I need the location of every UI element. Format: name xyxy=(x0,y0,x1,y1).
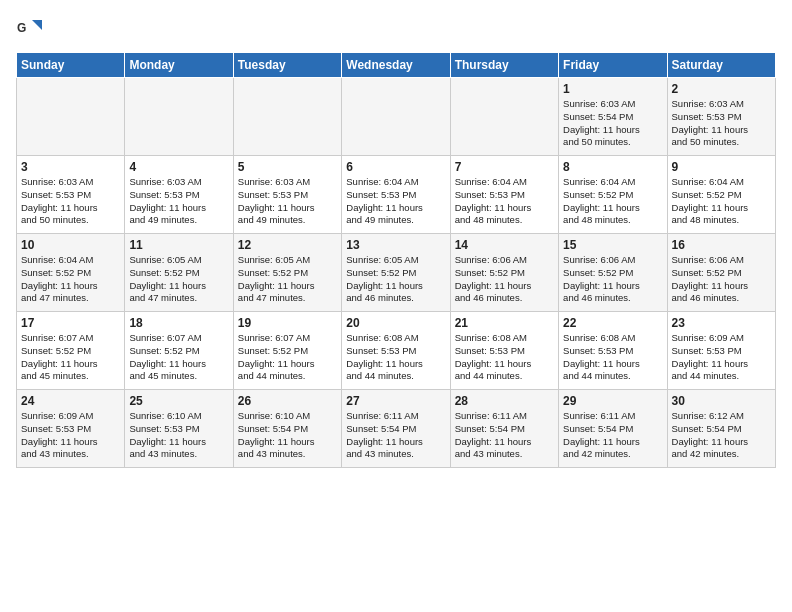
day-info: Sunrise: 6:11 AM xyxy=(455,410,554,423)
day-info: and 48 minutes. xyxy=(455,214,554,227)
calendar-cell: 15Sunrise: 6:06 AMSunset: 5:52 PMDayligh… xyxy=(559,234,667,312)
day-info: and 50 minutes. xyxy=(672,136,771,149)
day-number: 11 xyxy=(129,238,228,252)
day-number: 18 xyxy=(129,316,228,330)
day-info: and 44 minutes. xyxy=(672,370,771,383)
day-number: 26 xyxy=(238,394,337,408)
day-info: Sunrise: 6:04 AM xyxy=(563,176,662,189)
header-friday: Friday xyxy=(559,53,667,78)
day-info: Sunrise: 6:07 AM xyxy=(238,332,337,345)
day-info: Sunrise: 6:03 AM xyxy=(238,176,337,189)
calendar-cell: 22Sunrise: 6:08 AMSunset: 5:53 PMDayligh… xyxy=(559,312,667,390)
day-info: Sunrise: 6:09 AM xyxy=(672,332,771,345)
day-info: Sunrise: 6:04 AM xyxy=(21,254,120,267)
day-number: 9 xyxy=(672,160,771,174)
day-info: Sunrise: 6:08 AM xyxy=(455,332,554,345)
day-info: Sunrise: 6:06 AM xyxy=(672,254,771,267)
day-info: Daylight: 11 hours xyxy=(563,436,662,449)
day-info: Sunset: 5:52 PM xyxy=(346,267,445,280)
day-number: 25 xyxy=(129,394,228,408)
day-info: Sunset: 5:52 PM xyxy=(672,189,771,202)
day-info: and 43 minutes. xyxy=(346,448,445,461)
day-info: and 50 minutes. xyxy=(563,136,662,149)
day-info: Daylight: 11 hours xyxy=(672,280,771,293)
day-info: Sunset: 5:53 PM xyxy=(21,189,120,202)
day-info: Sunset: 5:53 PM xyxy=(346,345,445,358)
header-sunday: Sunday xyxy=(17,53,125,78)
day-info: and 43 minutes. xyxy=(238,448,337,461)
header-saturday: Saturday xyxy=(667,53,775,78)
day-info: Sunset: 5:53 PM xyxy=(672,111,771,124)
day-info: and 50 minutes. xyxy=(21,214,120,227)
day-info: Sunrise: 6:05 AM xyxy=(346,254,445,267)
calendar-cell: 28Sunrise: 6:11 AMSunset: 5:54 PMDayligh… xyxy=(450,390,558,468)
day-info: Sunrise: 6:10 AM xyxy=(238,410,337,423)
day-info: Daylight: 11 hours xyxy=(346,436,445,449)
day-info: and 44 minutes. xyxy=(563,370,662,383)
calendar-cell: 5Sunrise: 6:03 AMSunset: 5:53 PMDaylight… xyxy=(233,156,341,234)
day-info: Sunrise: 6:06 AM xyxy=(455,254,554,267)
day-info: Daylight: 11 hours xyxy=(672,124,771,137)
day-info: Daylight: 11 hours xyxy=(238,436,337,449)
day-number: 27 xyxy=(346,394,445,408)
day-info: Sunrise: 6:04 AM xyxy=(455,176,554,189)
day-info: Daylight: 11 hours xyxy=(455,202,554,215)
calendar-cell: 1Sunrise: 6:03 AMSunset: 5:54 PMDaylight… xyxy=(559,78,667,156)
day-info: Daylight: 11 hours xyxy=(129,280,228,293)
day-info: Daylight: 11 hours xyxy=(455,358,554,371)
day-info: Daylight: 11 hours xyxy=(21,436,120,449)
day-info: Daylight: 11 hours xyxy=(455,436,554,449)
day-info: Sunrise: 6:08 AM xyxy=(563,332,662,345)
day-number: 30 xyxy=(672,394,771,408)
calendar-cell: 16Sunrise: 6:06 AMSunset: 5:52 PMDayligh… xyxy=(667,234,775,312)
day-info: Sunset: 5:53 PM xyxy=(455,345,554,358)
day-info: Sunset: 5:54 PM xyxy=(346,423,445,436)
day-info: and 49 minutes. xyxy=(346,214,445,227)
calendar-cell: 7Sunrise: 6:04 AMSunset: 5:53 PMDaylight… xyxy=(450,156,558,234)
day-info: Daylight: 11 hours xyxy=(21,202,120,215)
day-info: and 46 minutes. xyxy=(346,292,445,305)
day-info: Sunrise: 6:08 AM xyxy=(346,332,445,345)
day-number: 23 xyxy=(672,316,771,330)
day-info: and 45 minutes. xyxy=(21,370,120,383)
day-info: Sunset: 5:52 PM xyxy=(563,267,662,280)
day-info: Daylight: 11 hours xyxy=(563,124,662,137)
calendar-table: SundayMondayTuesdayWednesdayThursdayFrid… xyxy=(16,52,776,468)
day-info: Sunrise: 6:09 AM xyxy=(21,410,120,423)
day-info: Sunrise: 6:07 AM xyxy=(21,332,120,345)
day-number: 5 xyxy=(238,160,337,174)
calendar-cell: 19Sunrise: 6:07 AMSunset: 5:52 PMDayligh… xyxy=(233,312,341,390)
day-info: Sunset: 5:54 PM xyxy=(563,111,662,124)
day-info: and 45 minutes. xyxy=(129,370,228,383)
day-info: Sunset: 5:53 PM xyxy=(346,189,445,202)
day-info: Daylight: 11 hours xyxy=(21,358,120,371)
header-wednesday: Wednesday xyxy=(342,53,450,78)
day-info: and 46 minutes. xyxy=(672,292,771,305)
day-info: Sunrise: 6:11 AM xyxy=(563,410,662,423)
day-info: Sunrise: 6:03 AM xyxy=(21,176,120,189)
day-info: Daylight: 11 hours xyxy=(563,358,662,371)
calendar-cell: 29Sunrise: 6:11 AMSunset: 5:54 PMDayligh… xyxy=(559,390,667,468)
day-info: Sunset: 5:52 PM xyxy=(563,189,662,202)
calendar-cell: 26Sunrise: 6:10 AMSunset: 5:54 PMDayligh… xyxy=(233,390,341,468)
svg-marker-2 xyxy=(32,20,42,30)
day-number: 4 xyxy=(129,160,228,174)
day-number: 6 xyxy=(346,160,445,174)
calendar-cell: 25Sunrise: 6:10 AMSunset: 5:53 PMDayligh… xyxy=(125,390,233,468)
calendar-cell: 18Sunrise: 6:07 AMSunset: 5:52 PMDayligh… xyxy=(125,312,233,390)
day-info: Daylight: 11 hours xyxy=(672,358,771,371)
day-number: 1 xyxy=(563,82,662,96)
calendar-cell xyxy=(17,78,125,156)
day-number: 13 xyxy=(346,238,445,252)
day-info: Sunset: 5:53 PM xyxy=(238,189,337,202)
day-number: 20 xyxy=(346,316,445,330)
day-info: Daylight: 11 hours xyxy=(129,436,228,449)
logo-icon: G xyxy=(16,16,44,44)
day-number: 10 xyxy=(21,238,120,252)
calendar-cell: 20Sunrise: 6:08 AMSunset: 5:53 PMDayligh… xyxy=(342,312,450,390)
day-info: Daylight: 11 hours xyxy=(129,358,228,371)
calendar-cell xyxy=(450,78,558,156)
day-info: Daylight: 11 hours xyxy=(346,280,445,293)
day-info: Sunset: 5:52 PM xyxy=(21,345,120,358)
day-info: and 43 minutes. xyxy=(21,448,120,461)
